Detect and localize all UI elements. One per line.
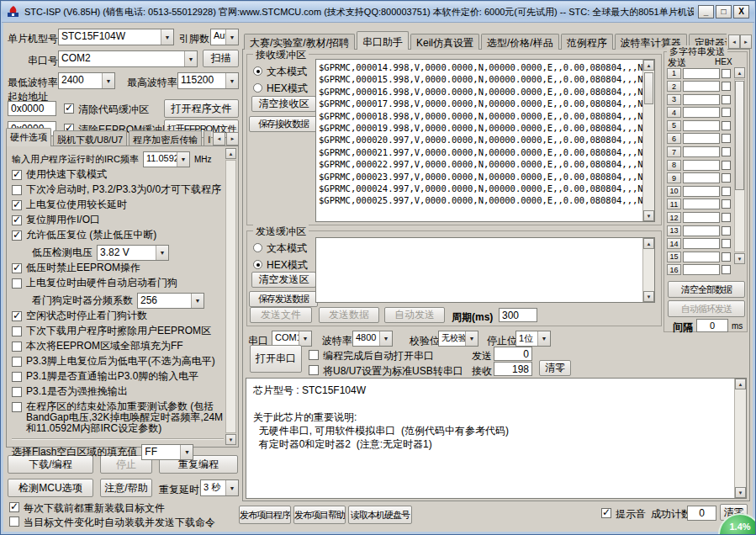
minimize-button[interactable]: _ bbox=[698, 5, 714, 19]
chevron-down-icon[interactable]: ▼ bbox=[225, 480, 238, 495]
send-string-button[interactable]: 15 bbox=[667, 252, 681, 262]
right-tab[interactable]: Keil仿真设置 bbox=[410, 34, 479, 50]
tab-scroll-right-icon[interactable]: ► bbox=[226, 132, 239, 146]
send-file-button[interactable]: 发送文件 bbox=[250, 307, 312, 323]
open-serial-port-button[interactable]: 打开串口 bbox=[250, 345, 302, 373]
hex-checkbox[interactable] bbox=[722, 187, 731, 196]
scroll-up-icon[interactable]: ▲ bbox=[643, 238, 654, 249]
chevron-down-icon[interactable]: ▼ bbox=[379, 331, 392, 346]
send-string-input[interactable] bbox=[683, 264, 720, 275]
interval-input[interactable] bbox=[696, 319, 728, 332]
publish-help-button[interactable]: 发布项目帮助 bbox=[293, 506, 346, 524]
left-tab[interactable]: 脱机下载/U8/U7 bbox=[53, 130, 127, 146]
send-string-button[interactable]: 8 bbox=[667, 160, 681, 171]
send-string-input[interactable] bbox=[683, 212, 720, 223]
send-string-input[interactable] bbox=[683, 199, 720, 209]
scroll-thumb[interactable] bbox=[735, 81, 744, 190]
send-string-button[interactable]: 10 bbox=[667, 186, 681, 197]
options-scrollbar[interactable] bbox=[225, 160, 236, 433]
irc-frequency-combo[interactable]: 11.0592▼ bbox=[143, 151, 190, 167]
clear-all-strings-button[interactable]: 清空全部数据 bbox=[668, 281, 745, 298]
save-receive-button[interactable]: 保存接收数据 bbox=[249, 116, 318, 132]
wdt-divider-combo[interactable]: 256▼ bbox=[137, 293, 204, 309]
hex-checkbox[interactable] bbox=[722, 173, 731, 183]
option-checkbox[interactable] bbox=[12, 311, 22, 321]
receive-text-area[interactable]: $GPRMC,000014.998,V,0000.0000,N,00000.00… bbox=[315, 59, 655, 222]
tab-scroll-left-icon[interactable]: ◄ bbox=[728, 34, 740, 49]
chevron-down-icon[interactable]: ▼ bbox=[537, 331, 550, 346]
tab-scroll-right-icon[interactable]: ► bbox=[740, 34, 752, 49]
min-baud-combo[interactable]: 2400▼ bbox=[58, 72, 115, 89]
chevron-down-icon[interactable]: ▼ bbox=[177, 152, 189, 167]
send-string-input[interactable] bbox=[683, 133, 720, 144]
rx-text-mode-radio[interactable] bbox=[253, 66, 262, 76]
pin-count-combo[interactable]: Auto▼ bbox=[210, 29, 239, 45]
hw-option[interactable]: 本次将EEPROM区域全部填充为FF bbox=[12, 339, 224, 354]
right-tab[interactable]: 范例程序 bbox=[561, 34, 613, 50]
stop-bits-combo[interactable]: 1位▼ bbox=[515, 331, 551, 347]
read-disk-id-button[interactable]: 读取本机硬盘号 bbox=[348, 506, 412, 524]
send-string-input[interactable] bbox=[683, 238, 720, 249]
hex-checkbox[interactable] bbox=[722, 161, 731, 170]
option-checkbox[interactable] bbox=[12, 326, 22, 336]
multi-send-scrollbar[interactable] bbox=[734, 79, 745, 252]
hex-checkbox[interactable] bbox=[722, 134, 731, 143]
send-data-button[interactable]: 发送数据 bbox=[319, 307, 379, 323]
chevron-down-icon[interactable]: ▼ bbox=[191, 294, 204, 308]
send-string-button[interactable]: 11 bbox=[667, 199, 681, 209]
option-checkbox[interactable] bbox=[12, 278, 22, 289]
tx-text-mode-radio[interactable] bbox=[253, 243, 262, 252]
hex-checkbox[interactable] bbox=[722, 121, 731, 130]
receive-scrollbar[interactable]: ▲ ▼ bbox=[642, 60, 654, 221]
send-string-button[interactable]: 7 bbox=[667, 146, 681, 157]
scroll-down-icon[interactable]: ▼ bbox=[643, 291, 654, 302]
chip-info-area[interactable]: 芯片型号 : STC15F104W 关于此芯片的重要说明: 无硬件串口, 可用软… bbox=[246, 378, 747, 499]
scroll-down-icon[interactable]: ▼ bbox=[643, 210, 654, 221]
chevron-down-icon[interactable]: ▼ bbox=[225, 29, 238, 45]
send-string-button[interactable]: 13 bbox=[667, 225, 681, 236]
send-string-button[interactable]: 1 bbox=[667, 68, 681, 79]
hw-option[interactable]: 上电复位使用较长延时 bbox=[12, 198, 224, 213]
max-baud-combo[interactable]: 115200▼ bbox=[177, 72, 239, 89]
send-string-input[interactable] bbox=[683, 186, 720, 197]
mcu-type-combo[interactable]: STC15F104W▼ bbox=[58, 29, 174, 45]
left-tab[interactable]: 程序加密后传输 bbox=[129, 130, 202, 146]
usb-serial-checkbox[interactable] bbox=[309, 365, 319, 375]
clear-receive-button[interactable]: 清空接收区 bbox=[251, 96, 316, 112]
open-program-file-button[interactable]: 打开程序文件 bbox=[164, 99, 239, 118]
hex-checkbox[interactable] bbox=[722, 147, 731, 156]
hex-checkbox[interactable] bbox=[722, 213, 731, 222]
option-checkbox[interactable] bbox=[12, 263, 22, 273]
chevron-down-icon[interactable]: ▼ bbox=[161, 29, 173, 45]
autoload-checkbox[interactable] bbox=[9, 516, 19, 527]
send-string-input[interactable] bbox=[683, 107, 720, 118]
send-string-button[interactable]: 4 bbox=[667, 107, 681, 118]
tab-scroll-left-icon[interactable]: ◄ bbox=[213, 132, 225, 146]
serial-baud-combo[interactable]: 4800▼ bbox=[352, 331, 393, 347]
com-port-combo[interactable]: COM2▼ bbox=[58, 50, 198, 67]
detect-mcu-button[interactable]: 检测MCU选项 bbox=[8, 479, 93, 497]
send-string-button[interactable]: 16 bbox=[667, 264, 681, 275]
scroll-up-icon[interactable]: ▲ bbox=[734, 67, 745, 78]
hw-option[interactable]: 低压时禁止EEPROM操作 bbox=[12, 261, 224, 276]
chevron-down-icon[interactable]: ▼ bbox=[225, 73, 238, 88]
send-string-input[interactable] bbox=[683, 172, 720, 183]
send-string-button[interactable]: 3 bbox=[667, 94, 681, 105]
hw-option[interactable]: P3.3脚上电复位后为低电平(不选为高电平) bbox=[12, 354, 224, 369]
send-string-button[interactable]: 9 bbox=[667, 172, 681, 183]
lvd-voltage-combo[interactable]: 3.82 V▼ bbox=[97, 245, 169, 261]
save-send-button[interactable]: 保存发送数据 bbox=[249, 291, 318, 307]
send-string-input[interactable] bbox=[683, 68, 720, 79]
hex-checkbox[interactable] bbox=[722, 252, 731, 262]
option-checkbox[interactable] bbox=[12, 387, 22, 397]
help-button[interactable]: 注意/帮助 bbox=[100, 479, 152, 497]
chevron-down-icon[interactable]: ▼ bbox=[156, 246, 168, 260]
clear-serial-counts-button[interactable]: 清零 bbox=[539, 360, 571, 376]
publish-project-button[interactable]: 发布项目程序 bbox=[239, 506, 291, 524]
hw-option[interactable]: P3.1脚是否直通输出P3.0脚的输入电平 bbox=[12, 369, 224, 384]
send-string-button[interactable]: 6 bbox=[667, 133, 681, 144]
hw-option[interactable]: 允许低压复位 (禁止低压中断) bbox=[12, 228, 224, 243]
auto-send-button[interactable]: 自动发送 bbox=[384, 307, 445, 323]
right-tab[interactable]: 选型/价格/样品 bbox=[481, 34, 559, 50]
tx-hex-mode-radio[interactable] bbox=[253, 260, 262, 269]
